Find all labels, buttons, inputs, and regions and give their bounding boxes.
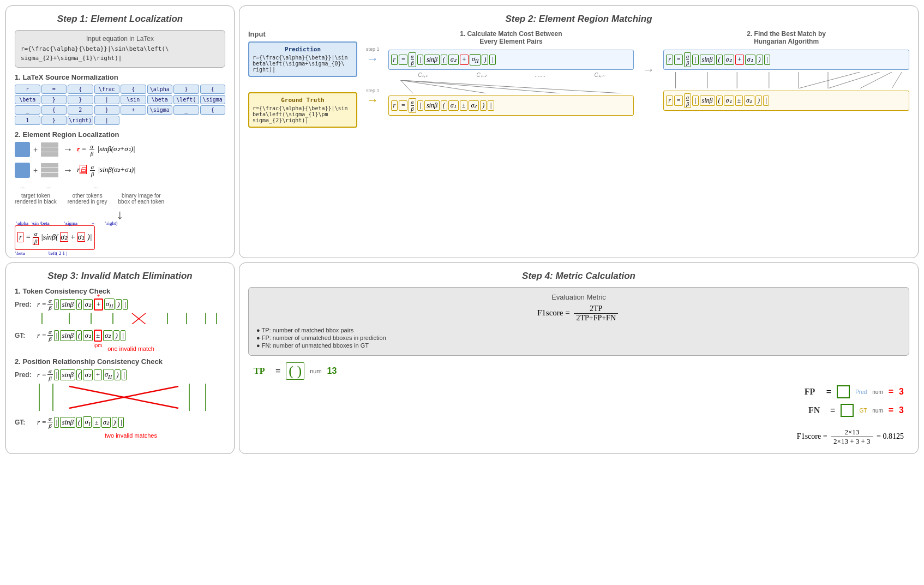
step2-match-col: 2. Find the Best Match byHungarian Algor… [663,30,909,111]
pf-sinbeta: sinβ [60,369,75,380]
token-check-area: Pred: r = α β | sinβ ( σ₂ + + σII [15,297,225,342]
step1-input-content: r={\frac{\alpha}{\beta}}|\sin\beta\left(… [21,45,219,63]
seg-m-pipe1: | [692,55,698,65]
pg-pipe2: | [118,417,124,428]
pf-plus: + [94,369,102,380]
fp-eq: = [826,387,831,397]
token-beta-name: \beta [15,95,40,104]
eval-title: Evaluation Metric [256,293,901,301]
svg-line-1 [400,80,487,93]
label-other-text: other tokensrendered in grey [68,193,107,205]
tf-pipe2: | [123,299,128,310]
arrow-right-1: → [63,144,73,156]
fp-icon [837,385,850,398]
step-label-2: step 1 [366,88,380,93]
formula-eq-result: r⊟ α β |sinβ(σ₂+σ₁)| [77,164,135,177]
seg-gm-pipe2: | [763,95,769,106]
tg-rparen: ) [113,330,119,341]
step2-pred-box: Prediction r={\frac{\alpha}{\beta}}|\sin… [248,41,357,77]
pf-frac: α β [47,368,53,381]
pm-label-below: \pm [94,342,103,348]
fn-name: FN [808,405,825,415]
tf-frac: α β [47,297,53,311]
tf-paren: ( [76,299,82,310]
pos-pred-formula: r = α β | sinβ ( σ₂ + σII ) | [37,368,127,381]
seg-m-sigma2: σ₂ [724,55,734,65]
down-arrow: ↓ [15,207,225,222]
eval-metric-box: Evaluation Metric F1score = 2TP 2TP+FP+F… [248,287,909,356]
label-binary-text: binary image forbbox of each token [118,193,165,205]
step2-spacer [248,81,357,92]
fp-row: FP = Pred num = 3 [254,385,904,398]
seg-m-rparen: ) [757,55,763,65]
c-labels: C₁,₁ C₁,₂ ....... C₁,ₙ [388,72,634,78]
metric-bullet-fp: FP: number of unmatched bboxes in predic… [256,335,901,341]
token-pred-formula: r = α β | sinβ ( σ₂ + + σII ) | [37,297,128,311]
mid-arrow-icon: → [643,63,655,77]
tf-plus-box: + + [94,299,103,311]
step1-section2-label: 2. Element Region Localization [15,130,225,139]
token-rbrace5: } [41,116,67,125]
pf-paren: ( [76,369,82,380]
pg-sigma2: σ₂ [101,417,111,428]
step2-gt-formula: r = α β | sinβ ( σ₁ ± σ₂ [388,95,634,116]
tf-sinbeta: sinβ [60,299,75,310]
invalid-match-1: one invalid match [37,345,225,352]
seg-gm-rparen: ) [755,95,762,106]
seg-eq: = [399,55,407,65]
seg-gm-eq: = [674,95,683,106]
token-cross-svg [37,313,222,324]
tg-sinbeta: sinβ [60,330,75,341]
step-label-1: step 1 [366,46,380,52]
step2-gt-header: Ground Truth [253,97,353,104]
step3-panel: Step 3: Invalid Match Elimination 1. Tok… [5,262,235,454]
f1-fraction: 2TP 2TP+FP+FN [574,305,618,323]
token-rbrace2: } [41,95,67,104]
seg-gm-sinbeta: sinβ [700,95,715,106]
token-rbrace3: } [68,95,93,104]
seg-m-sinbeta: sinβ [700,55,715,65]
seg-sigma2: σ₂ [448,55,459,65]
token-1: 1 [15,116,40,125]
token-sigma2: \sigma [147,105,173,115]
seg-m-frac: α β [684,52,691,67]
step2-cost-col: 1. Calculate Match Cost BetweenEvery Ele… [388,30,634,116]
step2-title: Step 2: Element Region Matching [248,14,909,25]
token-cross-area [15,313,225,326]
token-beta2: \beta [147,95,173,104]
fn-val: = [889,405,893,415]
pf-sigma1: σII [103,369,114,381]
token-gt-row: GT: r = α β | sinβ ( σ₁ ± \pm σ₂ [15,329,225,342]
step2-input-label: Input [248,30,357,38]
tg-pipe2: | [121,330,126,341]
step2-pred-formula: r = α β | sinβ ( σ₂ + σII [388,50,634,70]
seg-gt-eq: = [399,100,407,111]
step2-sub1-title: 1. Calculate Match Cost BetweenEvery Ele… [388,30,634,45]
step2-mid-arrow: → [643,30,655,77]
pg-rparen: ) [112,417,117,428]
fp-sup: Pred [855,389,867,395]
seg-gm-pm: ± [735,95,743,106]
small-box-1 [41,142,58,147]
metric-results: TP = ( ) num 13 FP = Pred num = 3 FN [248,362,909,446]
arrow-gt: step 1 → [366,88,380,108]
token-alpha: \alpha [147,85,173,94]
seg-paren-close: ) [482,55,488,65]
pf-rparen: ) [115,369,120,380]
step2-pred-content: r={\frac{\alpha}{\beta}}|\sinbeta\left(\… [253,55,353,73]
pos-cross-area [15,384,225,413]
step1-token-grid: r = { \frac { \alpha } { \beta } } | \si… [15,85,225,125]
pf-sigma2: σ₂ [83,369,92,380]
pred-matched-segs: r = α β | sinβ ( σ₂ + σ₁ [666,52,907,67]
arrow-right-2: → [63,165,73,176]
token-pred-row: Pred: r = α β | sinβ ( σ₂ + + σII [15,297,225,311]
plus-1: + [33,145,38,154]
gt-segs: r = α β | sinβ ( σ₁ ± σ₂ [391,98,632,113]
pos-check-area: Pred: r = α β | sinβ ( σ₂ + σII ) | [15,368,225,429]
step4-panel: Step 4: Metric Calculation Evaluation Me… [239,262,919,454]
seg-pipe1: | [417,55,423,65]
step1-localization: + → r = α β |sinβ(σ₂+σ₁)| [15,142,225,250]
seg-gt-paren-close: ) [480,100,487,111]
seg-gm-frac: α β [684,93,691,108]
pf-pipe2: | [122,369,127,380]
